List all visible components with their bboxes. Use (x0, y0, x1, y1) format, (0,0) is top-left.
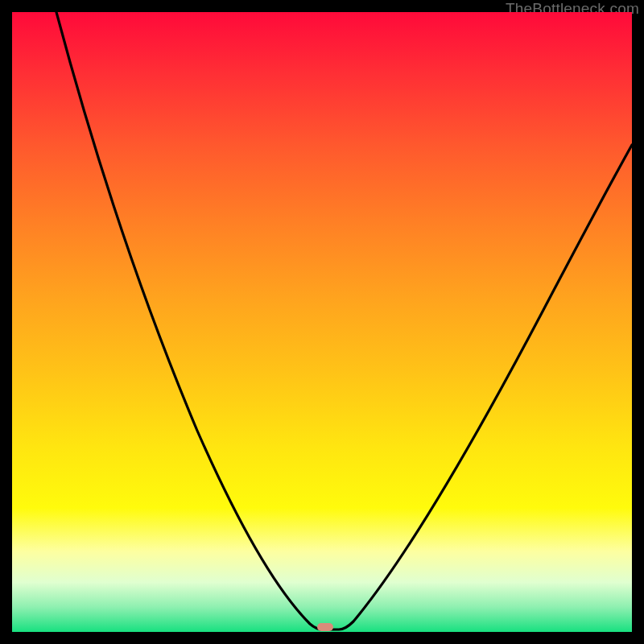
chart-frame: TheBottleneck.com (0, 0, 644, 644)
bottleneck-curve (12, 12, 632, 632)
optimum-marker (317, 623, 333, 631)
curve-path (56, 12, 632, 630)
gradient-plot-area (12, 12, 632, 632)
